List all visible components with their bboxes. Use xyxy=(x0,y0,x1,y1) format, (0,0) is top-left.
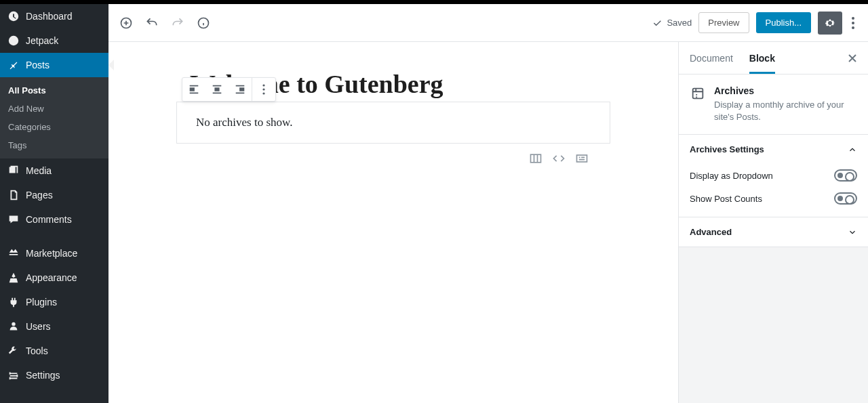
jetpack-icon xyxy=(7,34,20,47)
sidebar-item-label: Appearance xyxy=(26,272,77,283)
svg-rect-11 xyxy=(693,89,703,99)
block-toolbar xyxy=(182,77,276,102)
block-info-header: Archives Display a monthly archive of yo… xyxy=(679,75,868,134)
block-title: Archives xyxy=(714,85,857,96)
topbar-left xyxy=(119,16,210,30)
sidebar-item-posts[interactable]: Posts xyxy=(0,53,108,77)
sidebar-item-label: Marketplace xyxy=(26,248,77,259)
sidebar-sub-tags[interactable]: Tags xyxy=(0,136,108,154)
svg-point-3 xyxy=(852,17,854,20)
kebab-icon xyxy=(852,17,854,29)
sidebar-item-label: Tools xyxy=(26,345,48,356)
block-inserter-actions xyxy=(176,152,610,165)
close-icon xyxy=(848,54,857,63)
saved-label: Saved xyxy=(667,18,692,28)
appearance-icon xyxy=(7,271,20,284)
counts-toggle[interactable] xyxy=(834,192,857,205)
sidebar-sub-all-posts[interactable]: All Posts xyxy=(0,81,108,100)
sidebar-sub-add-new[interactable]: Add New xyxy=(0,100,108,118)
svg-rect-10 xyxy=(577,155,587,162)
svg-rect-9 xyxy=(531,154,541,163)
inspector-empty-area xyxy=(679,247,868,403)
panel-title: Advanced xyxy=(690,227,732,237)
sidebar-item-media[interactable]: Media xyxy=(0,158,108,183)
more-menu-button[interactable] xyxy=(849,17,857,29)
info-button[interactable] xyxy=(197,16,210,30)
sidebar-item-label: Media xyxy=(26,165,52,176)
chevron-up-icon xyxy=(848,145,857,154)
block-more-button[interactable] xyxy=(252,78,275,101)
users-icon xyxy=(7,320,20,333)
svg-point-7 xyxy=(262,88,264,90)
tab-block[interactable]: Block xyxy=(749,42,775,74)
sidebar-item-jetpack[interactable]: Jetpack xyxy=(0,28,108,53)
align-left-icon xyxy=(188,83,200,96)
archives-settings-panel: Archives Settings Display as Dropdown Sh… xyxy=(679,134,868,217)
dropdown-toggle[interactable] xyxy=(834,169,857,182)
dropdown-toggle-row: Display as Dropdown xyxy=(690,164,857,187)
editor-topbar: Saved Preview Publish... xyxy=(108,4,868,42)
marketplace-icon xyxy=(7,247,20,260)
align-left-button[interactable] xyxy=(182,78,205,101)
admin-sidebar: Dashboard Jetpack Posts All Posts Add Ne… xyxy=(0,4,108,403)
align-right-button[interactable] xyxy=(229,78,252,101)
archives-settings-body: Display as Dropdown Show Post Counts xyxy=(679,164,868,217)
publish-button[interactable]: Publish... xyxy=(756,12,811,33)
plugins-icon xyxy=(7,295,20,309)
save-status: Saved xyxy=(652,18,692,28)
sidebar-item-label: Dashboard xyxy=(26,11,73,22)
sidebar-item-plugins[interactable]: Plugins xyxy=(0,290,108,314)
sidebar-item-dashboard[interactable]: Dashboard xyxy=(0,4,108,28)
sidebar-item-label: Pages xyxy=(26,190,53,200)
align-center-button[interactable] xyxy=(205,78,229,101)
sidebar-item-tools[interactable]: Tools xyxy=(0,339,108,363)
close-inspector-button[interactable] xyxy=(848,54,857,63)
editor-canvas[interactable]: Welcome to Gutenberg xyxy=(108,42,678,403)
svg-point-6 xyxy=(262,84,264,86)
gear-icon xyxy=(824,17,836,29)
advanced-toggle[interactable]: Advanced xyxy=(679,217,868,247)
undo-button[interactable] xyxy=(145,16,159,30)
media-icon xyxy=(7,164,20,177)
comments-icon xyxy=(7,213,20,226)
classic-button[interactable] xyxy=(575,152,589,165)
code-button[interactable] xyxy=(552,152,566,165)
svg-point-4 xyxy=(852,22,854,24)
pages-icon xyxy=(7,188,20,202)
sidebar-item-label: Posts xyxy=(26,60,50,70)
settings-toggle-button[interactable] xyxy=(818,12,842,35)
sidebar-item-settings[interactable]: Settings xyxy=(0,363,108,387)
panel-title: Archives Settings xyxy=(690,144,764,154)
add-block-button[interactable] xyxy=(119,16,133,30)
tools-icon xyxy=(7,344,20,358)
sidebar-sub-categories[interactable]: Categories xyxy=(0,118,108,136)
check-icon xyxy=(652,18,663,28)
counts-toggle-row: Show Post Counts xyxy=(690,187,857,210)
archives-block[interactable]: No archives to show. xyxy=(176,102,610,144)
dashboard-icon xyxy=(7,9,20,23)
sidebar-item-users[interactable]: Users xyxy=(0,314,108,339)
sidebar-item-appearance[interactable]: Appearance xyxy=(0,266,108,290)
block-info-text: Archives Display a monthly archive of yo… xyxy=(714,85,857,123)
tab-document[interactable]: Document xyxy=(690,42,733,74)
svg-point-5 xyxy=(852,26,854,29)
preview-button[interactable]: Preview xyxy=(698,12,749,33)
svg-point-8 xyxy=(262,92,264,94)
sidebar-item-label: Comments xyxy=(26,214,72,225)
svg-point-0 xyxy=(9,36,18,45)
code-icon xyxy=(552,152,566,165)
app-root: Dashboard Jetpack Posts All Posts Add Ne… xyxy=(0,0,868,403)
align-center-icon xyxy=(211,83,223,96)
sidebar-item-comments[interactable]: Comments xyxy=(0,207,108,232)
sidebar-item-pages[interactable]: Pages xyxy=(0,183,108,207)
topbar-right: Saved Preview Publish... xyxy=(652,12,857,35)
sidebar-spacer xyxy=(0,232,108,241)
sidebar-item-marketplace[interactable]: Marketplace xyxy=(0,241,108,266)
columns-icon xyxy=(529,152,542,165)
sidebar-item-label: Users xyxy=(26,321,51,332)
redo-button[interactable] xyxy=(171,16,184,30)
chevron-down-icon xyxy=(848,228,857,237)
columns-button[interactable] xyxy=(529,152,542,165)
archives-settings-toggle[interactable]: Archives Settings xyxy=(679,135,868,164)
archives-icon xyxy=(690,85,706,102)
